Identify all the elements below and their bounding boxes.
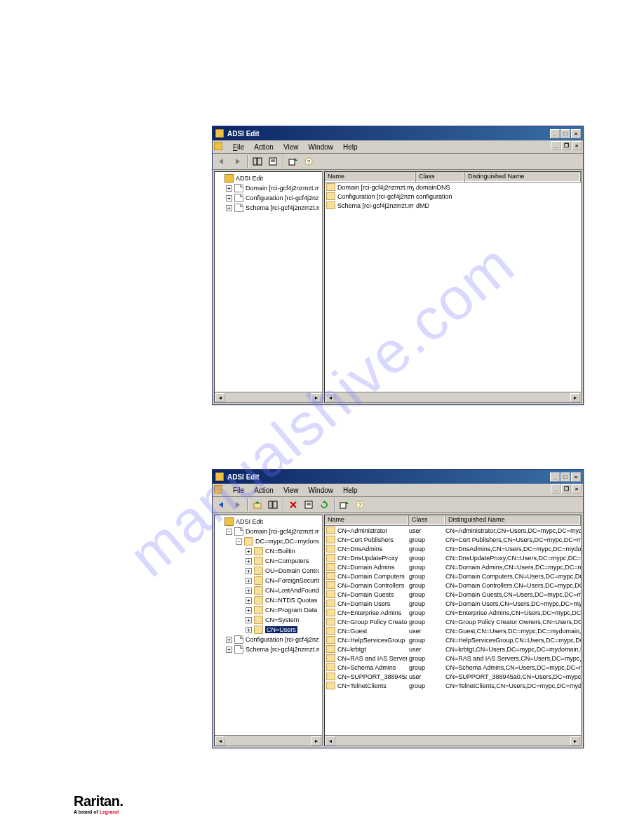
export-button[interactable] [337,498,351,512]
help-button[interactable]: ? [302,155,316,168]
list-item[interactable]: CN=Cert PublishersgroupCN=Cert Publisher… [325,535,581,544]
tree-node[interactable]: +Domain [rci-gcf4j2nzmzt.mypc.my [215,183,322,193]
scroll-right-icon[interactable]: ► [570,393,580,402]
scrollbar[interactable]: ◄ ► [325,392,581,402]
tree-node[interactable]: +Schema [rci-gcf4j2nzmzt.mypc.m [215,203,322,213]
scroll-left-icon[interactable]: ◄ [215,393,225,402]
tree-node[interactable]: +OU=Domain Controllers [215,566,322,576]
titlebar[interactable]: ADSI Edit _ □ × [213,470,583,484]
maximize-button[interactable]: □ [561,129,570,138]
list-header[interactable]: Name Class Distinguished Name [325,172,581,183]
expand-icon[interactable]: + [246,597,252,604]
collapse-icon[interactable]: - [226,529,232,535]
list-item[interactable]: CN=DnsAdminsgroupCN=DnsAdmins,CN=Users,D… [325,544,581,553]
properties-button[interactable] [302,498,316,512]
titlebar[interactable]: ADSI Edit _ □ × [213,126,583,140]
mdi-minimize-button[interactable]: _ [551,484,561,494]
tree-node[interactable]: -Domain [rci-gcf4j2nzmzt.mypc.my [215,527,322,536]
tree-node[interactable]: +Configuration [rci-gcf4j2nzmzt.m [215,193,322,203]
expand-icon[interactable]: + [246,627,252,633]
up-button[interactable] [250,498,264,512]
list-item[interactable]: Schema [rci-gcf4j2nzmzt.myp...dMD [325,201,581,210]
menu-help[interactable]: Help [338,485,363,496]
list-item[interactable]: CN=Domain GuestsgroupCN=Domain Guests,CN… [325,590,581,599]
menu-window[interactable]: Window [303,485,338,496]
tree-node[interactable]: +CN=ForeignSecurityPrinci [215,576,322,585]
show-hide-tree-button[interactable] [266,498,280,512]
col-dn[interactable]: Distinguished Name [445,515,581,525]
scroll-left-icon[interactable]: ◄ [326,393,335,402]
list-item[interactable]: CN=Domain UsersgroupCN=Domain Users,CN=U… [325,599,581,608]
mdi-close-button[interactable]: × [572,484,582,494]
help-button[interactable]: ? [353,498,367,512]
list-item[interactable]: CN=Enterprise AdminsgroupCN=Enterprise A… [325,608,581,617]
list-item[interactable]: CN=Domain AdminsgroupCN=Domain Admins,CN… [325,562,581,571]
tree-node[interactable]: +CN=Program Data [215,605,322,615]
expand-icon[interactable]: + [226,185,232,192]
scrollbar[interactable]: ◄ ► [325,735,581,746]
mdi-restore-button[interactable]: ❐ [561,141,571,150]
scroll-right-icon[interactable]: ► [570,736,580,746]
list-view[interactable]: Domain [rci-gcf4j2nzmzt.mypc...domainDNS… [325,183,581,392]
expand-icon[interactable]: + [226,205,232,211]
menu-file[interactable]: FFileile [228,142,249,152]
col-class[interactable]: Class [409,515,445,525]
list-item[interactable]: CN=TelnetClientsgroupCN=TelnetClients,CN… [325,681,581,690]
forward-button[interactable] [230,498,244,512]
list-item[interactable]: CN=Group Policy Creator Ow...groupCN=Gro… [325,617,581,626]
list-item[interactable]: CN=RAS and IAS ServersgroupCN=RAS and IA… [325,654,581,663]
refresh-button[interactable] [317,498,331,512]
list-item[interactable]: CN=GuestuserCN=Guest,CN=Users,DC=mypc,DC… [325,626,581,635]
menu-help[interactable]: Help [338,142,363,152]
list-item[interactable]: CN=HelpServicesGroupgroupCN=HelpServices… [325,635,581,644]
collapse-icon[interactable]: - [236,538,242,545]
expand-icon[interactable]: + [226,647,232,653]
tree-node[interactable]: +CN=LostAndFound [215,585,322,595]
forward-button[interactable] [230,155,244,168]
expand-icon[interactable]: + [246,548,252,555]
tree-node[interactable]: +CN=Users [215,625,322,635]
tree-node[interactable]: ADSI Edit [215,173,322,183]
back-button[interactable] [215,498,229,512]
list-view[interactable]: CN=AdministratoruserCN=Administrator,CN=… [325,526,581,735]
list-item[interactable]: CN=SUPPORT_388945a0userCN=SUPPORT_388945… [325,672,581,681]
mdi-restore-button[interactable]: ❐ [561,484,571,494]
list-item[interactable]: CN=Schema AdminsgroupCN=Schema Admins,CN… [325,663,581,672]
expand-icon[interactable]: + [226,195,232,201]
back-button[interactable] [215,155,229,168]
close-button[interactable]: × [571,472,581,482]
list-item[interactable]: CN=AdministratoruserCN=Administrator,CN=… [325,526,581,535]
menu-window[interactable]: Window [303,142,338,152]
properties-button[interactable] [266,155,280,168]
export-button[interactable] [286,155,300,168]
expand-icon[interactable]: + [246,588,252,594]
col-name[interactable]: Name [325,515,409,525]
mdi-minimize-button[interactable]: _ [551,141,561,150]
expand-icon[interactable]: + [246,607,252,614]
expand-icon[interactable]: + [246,558,252,564]
mdi-close-button[interactable]: × [572,141,582,150]
menu-file[interactable]: File [228,485,249,496]
col-class[interactable]: Class [416,172,465,182]
scroll-left-icon[interactable]: ◄ [326,736,335,746]
expand-icon[interactable]: + [246,578,252,584]
expand-icon[interactable]: + [246,568,252,574]
list-item[interactable]: CN=krbtgtuserCN=krbtgt,CN=Users,DC=mypc,… [325,644,581,654]
tree-view[interactable]: ADSI Edit-Domain [rci-gcf4j2nzmzt.mypc.m… [215,515,322,735]
tree-node[interactable]: +CN=Computers [215,556,322,566]
show-hide-tree-button[interactable] [250,155,264,168]
scroll-right-icon[interactable]: ► [311,393,321,402]
tree-node[interactable]: -DC=mypc,DC=mydomain,DC [215,536,322,546]
col-name[interactable]: Name [325,172,416,182]
tree-node[interactable]: +Schema [rci-gcf4j2nzmzt.mypc.m [215,644,322,654]
list-header[interactable]: Name Class Distinguished Name [325,515,581,526]
expand-icon[interactable]: + [246,617,252,623]
maximize-button[interactable]: □ [561,472,570,482]
menu-view[interactable]: View [279,485,304,496]
list-item[interactable]: Domain [rci-gcf4j2nzmzt.mypc...domainDNS [325,183,581,192]
tree-node[interactable]: +CN=System [215,615,322,625]
tree-view[interactable]: ADSI Edit+Domain [rci-gcf4j2nzmzt.mypc.m… [215,172,322,392]
close-button[interactable]: × [571,129,581,138]
list-item[interactable]: Configuration [rci-gcf4j2nzmz...configur… [325,192,581,201]
tree-node[interactable]: +Configuration [rci-gcf4j2nzmzt.m [215,635,322,644]
